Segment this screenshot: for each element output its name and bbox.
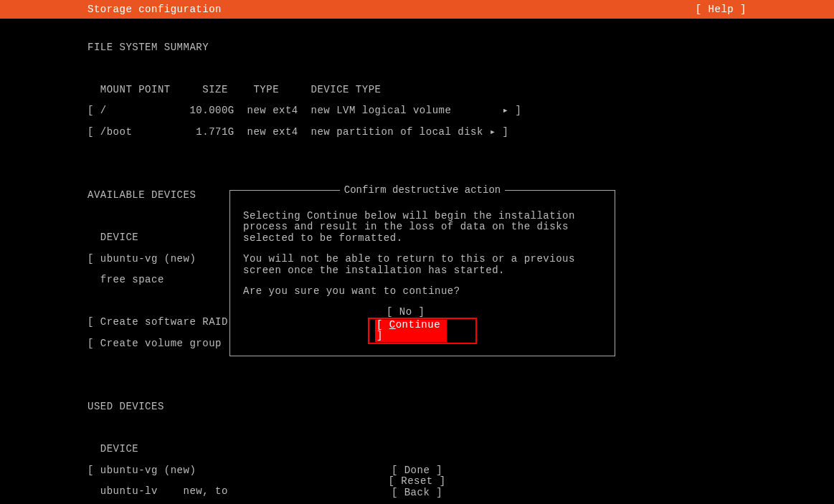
header-bar: Storage configuration [ Help ] xyxy=(0,0,834,19)
page-title: Storage configuration xyxy=(87,4,222,15)
fs-summary-columns: MOUNT POINT SIZE TYPE DEVICE TYPE xyxy=(87,85,747,95)
fs-summary-title: FILE SYSTEM SUMMARY xyxy=(87,42,747,53)
fs-row-root[interactable]: [ / 10.000G new ext4 new LVM logical vol… xyxy=(87,105,747,116)
dialog-title-bar: Confirm destructive action xyxy=(230,185,615,196)
done-button[interactable]: [ Done ] xyxy=(0,465,834,476)
used-title: USED DEVICES xyxy=(87,401,747,412)
help-button[interactable]: [ Help ] xyxy=(696,4,747,15)
used-columns: DEVICE xyxy=(87,444,747,455)
back-button[interactable]: [ Back ] xyxy=(0,488,834,498)
dialog-title: Confirm destructive action xyxy=(340,184,505,196)
dialog-text-1: Selecting Continue below will begin the … xyxy=(243,211,602,244)
dialog-text-2: You will not be able to return to this o… xyxy=(243,254,602,276)
continue-button-highlight: [ Continue ] xyxy=(368,318,477,344)
continue-button[interactable]: [ Continue ] xyxy=(375,320,447,342)
no-button[interactable]: [ No ] xyxy=(387,307,458,318)
dialog-text-3: Are you sure you want to continue? xyxy=(243,286,602,297)
fs-row-boot[interactable]: [ /boot 1.771G new ext4 new partition of… xyxy=(87,127,747,138)
bottom-buttons: [ Done ] [ Reset ] [ Back ] xyxy=(0,465,834,498)
confirm-dialog: Confirm destructive action Selecting Con… xyxy=(229,190,615,356)
dialog-body: Selecting Continue below will begin the … xyxy=(230,191,615,356)
reset-button[interactable]: [ Reset ] xyxy=(0,476,834,487)
